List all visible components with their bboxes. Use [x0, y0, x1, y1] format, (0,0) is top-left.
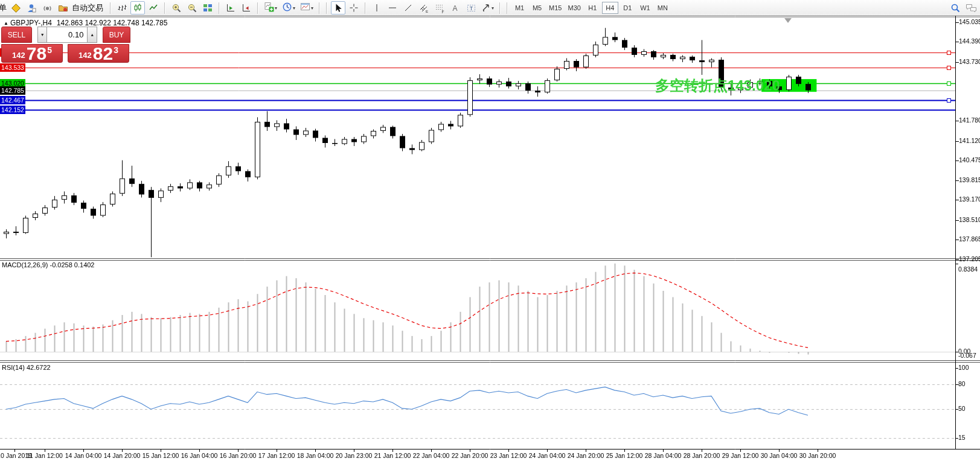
- timeframe-m5[interactable]: M5: [529, 2, 545, 14]
- buy-pipette: 3: [114, 45, 118, 55]
- ohlc-values: 142.863 142.922 142.748 142.785: [57, 19, 168, 27]
- sell-pips: 78: [27, 45, 46, 62]
- line-chart-icon: [149, 3, 158, 13]
- arrows-shapes-button[interactable]: ▾: [479, 1, 496, 14]
- line-chart-button[interactable]: [146, 1, 161, 14]
- rsi-indicator-label: RSI(14) 42.6722: [2, 364, 51, 371]
- horizontal-line-button[interactable]: [385, 1, 400, 14]
- metaeditor-button[interactable]: [24, 1, 39, 14]
- equidistant-channel-button[interactable]: E: [417, 1, 431, 14]
- svg-text:A: A: [453, 4, 458, 13]
- volume-decrease-button[interactable]: ▼: [37, 27, 48, 43]
- text-label-icon: T: [466, 3, 476, 13]
- periods-button[interactable]: ▾: [280, 1, 297, 14]
- vertical-line-button[interactable]: [370, 1, 384, 14]
- mt4-window: 145.035144.390143.730141.780141.120140.4…: [0, 0, 980, 467]
- sell-price[interactable]: 142785: [1, 44, 63, 63]
- spinner-down-icon: ▼: [40, 33, 45, 37]
- toolbar-separator: [326, 2, 327, 14]
- cursor-button[interactable]: [331, 1, 345, 14]
- clipped-menu-label: 单: [0, 2, 8, 13]
- toolbar-separator: [219, 2, 220, 14]
- search-button[interactable]: [948, 1, 962, 14]
- timeframe-h4[interactable]: H4: [602, 2, 618, 14]
- bar-chart-button[interactable]: [115, 1, 129, 14]
- tile-windows-icon: [203, 3, 213, 13]
- timeframe-m15[interactable]: M15: [546, 2, 564, 14]
- chat-button[interactable]: [964, 1, 978, 14]
- symbol-period-label: GBPJPY-,H4: [10, 19, 52, 27]
- autotrading-label: 自动交易: [72, 2, 103, 13]
- timeframe-m30[interactable]: M30: [565, 2, 583, 14]
- text-a-icon: A: [450, 3, 460, 13]
- indicators-button[interactable]: ▾: [262, 1, 279, 14]
- chevron-down-icon: ▾: [293, 5, 295, 11]
- auto-scroll-button[interactable]: [223, 1, 238, 14]
- clock-icon: [282, 2, 292, 14]
- svg-text:E: E: [426, 10, 428, 13]
- chat-icon: [966, 3, 977, 13]
- indicators-icon: [264, 2, 274, 14]
- toolbar-separator: [365, 2, 366, 14]
- trendline-button[interactable]: [401, 1, 415, 14]
- crosshair-button[interactable]: [347, 1, 361, 14]
- buy-price[interactable]: 142823: [68, 44, 129, 63]
- buy-button[interactable]: BUY: [103, 27, 130, 43]
- toolbar-separator: [110, 2, 111, 14]
- toolbar-separator: [507, 2, 508, 14]
- timeframe-m1[interactable]: M1: [511, 2, 528, 14]
- text-button[interactable]: A: [448, 1, 463, 14]
- templates-button[interactable]: ▾: [298, 1, 315, 14]
- zoom-in-icon: [171, 3, 182, 13]
- bar-chart-icon: [117, 3, 127, 13]
- timeframe-mn[interactable]: MN: [655, 2, 671, 14]
- toolbar-separator: [164, 2, 165, 14]
- chart-title: ▲GBPJPY-,H4142.863 142.922 142.748 142.7…: [4, 19, 167, 27]
- crosshair-icon: [349, 3, 359, 13]
- macd-indicator-label: MACD(12,26,9) -0.0258 0.1402: [2, 261, 94, 268]
- buy-big-figure: 142: [78, 51, 92, 60]
- sell-button[interactable]: SELL: [1, 27, 32, 43]
- new-order-icon: [11, 3, 21, 13]
- zoom-out-button[interactable]: [185, 1, 199, 14]
- timeframe-w1[interactable]: W1: [637, 2, 653, 14]
- toolbar: 单 自动交易: [0, 0, 980, 16]
- spinner-up-icon: ▲: [90, 33, 94, 37]
- chart-canvas[interactable]: [0, 0, 980, 467]
- toolbar-right-group: [947, 1, 979, 14]
- chevron-down-icon: ▾: [492, 5, 494, 11]
- svg-text:F: F: [441, 9, 444, 13]
- autotrading-button[interactable]: [56, 1, 70, 14]
- volume-increase-button[interactable]: ▲: [87, 27, 97, 43]
- chevron-down-icon: ▾: [275, 5, 277, 11]
- zoom-in-button[interactable]: [169, 1, 184, 14]
- timeframe-h1[interactable]: H1: [584, 2, 601, 14]
- text-label-button[interactable]: T: [464, 1, 478, 14]
- autotrading-icon: [58, 3, 68, 13]
- direction-up-icon: ▲: [4, 21, 8, 26]
- candlestick-chart-icon: [133, 3, 143, 13]
- signals-button[interactable]: [40, 1, 54, 14]
- toolbar-separator: [499, 2, 501, 14]
- one-click-trading-panel: SELL ▼ ▲ BUY 142785 142823: [1, 27, 130, 63]
- timeframe-d1[interactable]: D1: [620, 2, 636, 14]
- chart-shift-button[interactable]: [239, 1, 254, 14]
- horizontal-line-icon: [388, 3, 397, 13]
- fibonacci-button[interactable]: F: [432, 1, 447, 14]
- new-order-button[interactable]: [8, 1, 23, 14]
- sell-pipette: 5: [47, 45, 52, 55]
- timeframe-group: M1 M5 M15 M30 H1 H4 D1 W1 MN: [511, 2, 671, 14]
- trendline-icon: [403, 3, 413, 13]
- volume-input[interactable]: [47, 27, 87, 43]
- buy-pips: 82: [93, 45, 113, 62]
- template-icon: [300, 2, 310, 14]
- toolbar-separator: [257, 2, 258, 14]
- person-icon: [27, 3, 37, 13]
- toolbar-separator: [319, 2, 320, 14]
- candlestick-chart-button[interactable]: [130, 1, 145, 14]
- signal-icon: [42, 3, 53, 13]
- chart-shift-icon: [242, 3, 251, 13]
- fibonacci-icon: F: [435, 3, 445, 13]
- tile-windows-button[interactable]: [200, 1, 215, 14]
- vertical-line-icon: [372, 3, 382, 13]
